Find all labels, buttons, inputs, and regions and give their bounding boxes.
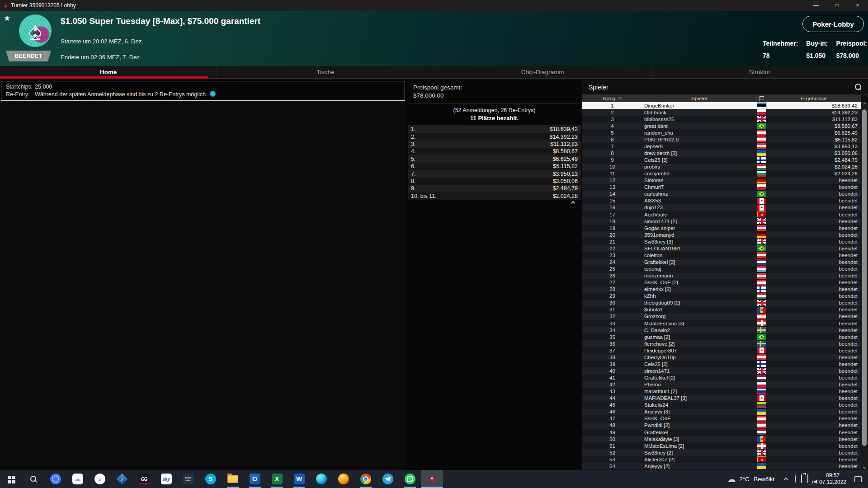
player-row[interactable]: 7Jepser8$3.950,13 (582, 143, 861, 150)
taskbar-outlook-icon[interactable]: O (244, 470, 266, 488)
player-row[interactable]: 29kZhhbeendet (582, 293, 861, 300)
search-icon[interactable] (855, 84, 862, 90)
close-button[interactable]: × (847, 0, 868, 11)
taskbar-ggpoker-icon[interactable]: GG (133, 470, 155, 488)
tab-tische[interactable]: Tische (217, 66, 434, 78)
players-scrollbar[interactable] (861, 102, 868, 470)
taskbar-itunes-icon[interactable]: ♪ (89, 470, 111, 488)
taskbar-word-icon[interactable]: W (288, 470, 310, 488)
taskbar-pokerstars-icon[interactable]: ♠ (421, 470, 443, 488)
favorite-star-icon[interactable]: ★ (4, 14, 10, 23)
column-header-flag[interactable] (757, 96, 766, 101)
player-row[interactable]: 35gusmaa [2]beendet (582, 333, 861, 340)
player-row[interactable]: 39Ceis25 [2]beendet (582, 361, 861, 367)
poker-lobby-button[interactable]: Poker-Lobby (802, 16, 864, 32)
taskbar-icloud-icon[interactable]: ☁ (66, 470, 89, 488)
taskbar-skype-icon[interactable]: S (199, 470, 222, 488)
player-row[interactable]: 45Stakelis24beendet (582, 402, 861, 408)
taskbar-firefox-icon[interactable] (332, 470, 354, 488)
player-row[interactable]: 3bibibossss75$11.112,83 (582, 116, 861, 122)
player-row[interactable]: 18simon1471 [2]beendet (582, 218, 861, 225)
player-row[interactable]: 19Gogac sniperbeendet (582, 225, 861, 231)
player-row[interactable]: 13Chmuri7beendet (582, 184, 861, 191)
taskbar-search-icon[interactable] (22, 470, 44, 488)
info-icon[interactable]: i (210, 91, 216, 97)
player-row[interactable]: 15Al3X53beendet (582, 197, 861, 204)
taskbar-signal-icon[interactable] (44, 470, 66, 488)
taskbar-sky-icon[interactable]: sky (155, 470, 177, 488)
player-row[interactable]: 49Graftekkelbeendet (582, 429, 861, 436)
player-row[interactable]: 17AcidVaulebeendet (582, 211, 861, 218)
player-row[interactable]: 38CherryOnT0pbeendet (582, 354, 861, 361)
player-row[interactable]: 51MiJatoEsLima [2]beendet (582, 442, 861, 449)
player-row[interactable]: 41Graftekkel [2]beendet (582, 375, 861, 381)
taskbar-edge-icon[interactable] (310, 470, 332, 488)
taskbar-sheet-music-icon[interactable]: ♪ (111, 470, 133, 488)
column-header-player[interactable]: Spieler (642, 96, 757, 101)
player-row[interactable]: 33MiJatoEsLima [3]beendet (582, 320, 861, 327)
player-row[interactable]: 4great dant$8.580,67 (582, 122, 861, 129)
player-row[interactable]: 1DingeBrinker$18.639,42 (582, 102, 861, 109)
network-icon[interactable] (807, 475, 808, 483)
tray-chevron-up-icon[interactable] (784, 475, 788, 483)
player-row[interactable]: 12Sintorasbeendet (582, 177, 861, 184)
player-row[interactable]: 53Alister307 [2]beendet (582, 456, 861, 463)
player-row[interactable]: 11cocojamb0$2.024,28 (582, 170, 861, 177)
taskbar-start-icon[interactable] (0, 470, 22, 488)
player-row[interactable]: 6P0KERPR02.0$5.115,82 (582, 136, 861, 143)
player-row[interactable]: 54Anjeyyy [2]beendet (582, 463, 861, 469)
player-row[interactable]: 37Heidegger807beendet (582, 347, 861, 354)
player-row[interactable]: 5random_chu$6.625,49 (582, 129, 861, 136)
player-row[interactable]: 8drew.derzh [3]$3.050,06 (582, 150, 861, 156)
player-row[interactable]: 52Sw33ney [2]beendet (582, 449, 861, 456)
player-row[interactable]: 26monzemannbeendet (582, 272, 861, 279)
taskbar-file-explorer-icon[interactable] (222, 470, 244, 488)
scroll-up-icon[interactable] (861, 103, 868, 105)
scroll-down-icon[interactable] (861, 466, 868, 469)
usb-device-icon[interactable] (801, 475, 802, 483)
player-row[interactable]: 14carloshmzbeendet (582, 191, 861, 197)
column-header-results[interactable]: Ergebnisse (766, 96, 861, 101)
taskbar-whatsapp-icon[interactable] (399, 470, 421, 488)
player-row[interactable]: 203591omanydbeendet (582, 231, 861, 238)
taskbar-telegram-icon[interactable] (377, 470, 399, 488)
player-row[interactable]: 24Graftekkel [3]beendet (582, 258, 861, 265)
taskbar-excel-icon[interactable]: X (266, 470, 288, 488)
collapse-payouts-icon[interactable] (571, 201, 576, 205)
taskbar-clock[interactable]: 09:57 07.12.2022 (819, 472, 846, 486)
taskbar-chrome-icon[interactable] (354, 470, 377, 488)
player-row[interactable]: 40simon1471beendet (582, 367, 861, 374)
player-row[interactable]: 32Grozzorgbeendet (582, 313, 861, 320)
player-row[interactable]: 25teeenajbeendet (582, 266, 861, 272)
action-center-icon[interactable] (854, 476, 862, 482)
player-row[interactable]: 43mararthur1 [2]beendet (582, 388, 861, 395)
player-row[interactable]: 48Pwndidi [2]beendet (582, 422, 861, 429)
player-row[interactable]: 21Sw33ney [3]beendet (582, 238, 861, 245)
player-row[interactable]: 50Malaka$tyle [3]beendet (582, 436, 861, 442)
maximize-button[interactable]: □ (826, 0, 847, 11)
player-row[interactable]: 23colettonbeendet (582, 252, 861, 258)
player-row[interactable]: 47SsicK_OnEbeendet (582, 415, 861, 422)
weather-widget[interactable]: ☁ 2°C Bewölkt (727, 474, 774, 484)
column-header-rank[interactable]: Rang (582, 96, 642, 101)
player-row[interactable]: 34C. Darwin2beendet (582, 327, 861, 333)
tray-app-icon[interactable] (795, 475, 796, 483)
player-row[interactable]: 46Anjeyyy [3]beendet (582, 408, 861, 415)
player-row[interactable]: 30thebigdog09 [2]beendet (582, 300, 861, 306)
player-row[interactable]: 36flerrehuve [2]beendet (582, 340, 861, 347)
tab-chip-diagramm[interactable]: Chip-Diagramm (434, 66, 651, 78)
player-row[interactable]: 42Phemobeendet (582, 381, 861, 388)
player-row[interactable]: 10probirs$2.024,28 (582, 164, 861, 170)
player-row[interactable]: 27SsicK_OnE [2]beendet (582, 279, 861, 286)
player-row[interactable]: 28elmerixx [2]beendet (582, 286, 861, 293)
minimize-button[interactable]: — (806, 0, 826, 11)
tab-struktur[interactable]: Struktur (651, 66, 868, 78)
player-row[interactable]: 9Ceis25 [3]$2.484,79 (582, 157, 861, 164)
player-row[interactable]: 22SELOUAN1991beendet (582, 245, 861, 252)
player-row[interactable]: 44MAFIADEAL37 [3]beendet (582, 395, 861, 402)
player-row[interactable]: 31$ubuta1beendet (582, 306, 861, 313)
tab-home[interactable]: Home (0, 66, 217, 78)
taskbar-prime-video-icon[interactable]: prime video (177, 470, 199, 488)
player-row[interactable]: 2Old brock$14.392,23 (582, 109, 861, 116)
player-row[interactable]: 16dujo123beendet (582, 204, 861, 211)
